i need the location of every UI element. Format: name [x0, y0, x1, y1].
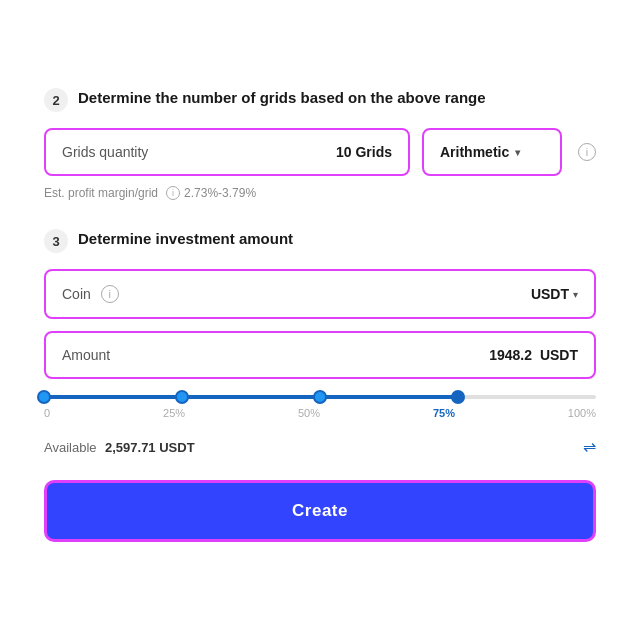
slider-labels: 0 25% 50% 75% 100%: [44, 407, 596, 419]
slider-label-50: 50%: [298, 407, 320, 419]
slider-fill: [44, 395, 458, 399]
coin-right: USDT ▾: [531, 286, 578, 302]
info-icon-wrapper: i: [574, 128, 596, 176]
amount-slider[interactable]: 0 25% 50% 75% 100%: [44, 379, 596, 423]
grids-value: 10 Grids: [336, 144, 392, 160]
profit-label: Est. profit margin/grid: [44, 186, 158, 200]
slider-label-25: 25%: [163, 407, 185, 419]
arithmetic-dropdown-arrow: ▾: [515, 147, 520, 158]
amount-value: 1948.2 USDT: [489, 347, 578, 363]
slider-label-75: 75%: [433, 407, 455, 419]
arithmetic-info-icon[interactable]: i: [578, 143, 596, 161]
slider-thumb-75[interactable]: [451, 390, 465, 404]
coin-info-icon[interactable]: i: [101, 285, 119, 303]
step3-section: 3 Determine investment amount Coin i USD…: [44, 228, 596, 542]
coin-value: USDT: [531, 286, 569, 302]
main-container: 2 Determine the number of grids based on…: [20, 67, 620, 562]
amount-box[interactable]: Amount 1948.2 USDT: [44, 331, 596, 379]
slider-thumb-50[interactable]: [313, 390, 327, 404]
slider-thumb-0[interactable]: [37, 390, 51, 404]
available-info: Available 2,597.71 USDT: [44, 438, 195, 456]
step3-title: Determine investment amount: [78, 228, 293, 249]
available-row: Available 2,597.71 USDT ⇌: [44, 437, 596, 456]
slider-thumb-25[interactable]: [175, 390, 189, 404]
arithmetic-value: Arithmetic ▾: [440, 144, 520, 160]
amount-unit: USDT: [540, 347, 578, 363]
step2-number: 2: [44, 88, 68, 112]
transfer-icon[interactable]: ⇌: [583, 437, 596, 456]
available-value: 2,597.71 USDT: [105, 440, 195, 455]
step2-title: Determine the number of grids based on t…: [78, 87, 486, 108]
coin-dropdown-arrow: ▾: [573, 289, 578, 300]
coin-label: Coin: [62, 286, 91, 302]
profit-info-icon[interactable]: i: [166, 186, 180, 200]
profit-margin-row: Est. profit margin/grid i 2.73%-3.79%: [44, 186, 596, 200]
slider-label-0: 0: [44, 407, 50, 419]
grids-row: Grids quantity 10 Grids Arithmetic ▾ i: [44, 128, 596, 176]
arithmetic-box[interactable]: Arithmetic ▾: [422, 128, 562, 176]
profit-value: 2.73%-3.79%: [184, 186, 256, 200]
step3-number: 3: [44, 229, 68, 253]
slider-label-100: 100%: [568, 407, 596, 419]
grids-quantity-box[interactable]: Grids quantity 10 Grids: [44, 128, 410, 176]
slider-track: [44, 395, 596, 399]
step2-header: 2 Determine the number of grids based on…: [44, 87, 596, 112]
step3-header: 3 Determine investment amount: [44, 228, 596, 253]
available-label: Available: [44, 440, 97, 455]
grids-label: Grids quantity: [62, 144, 148, 160]
create-button[interactable]: Create: [44, 480, 596, 542]
coin-box[interactable]: Coin i USDT ▾: [44, 269, 596, 319]
amount-label: Amount: [62, 347, 110, 363]
